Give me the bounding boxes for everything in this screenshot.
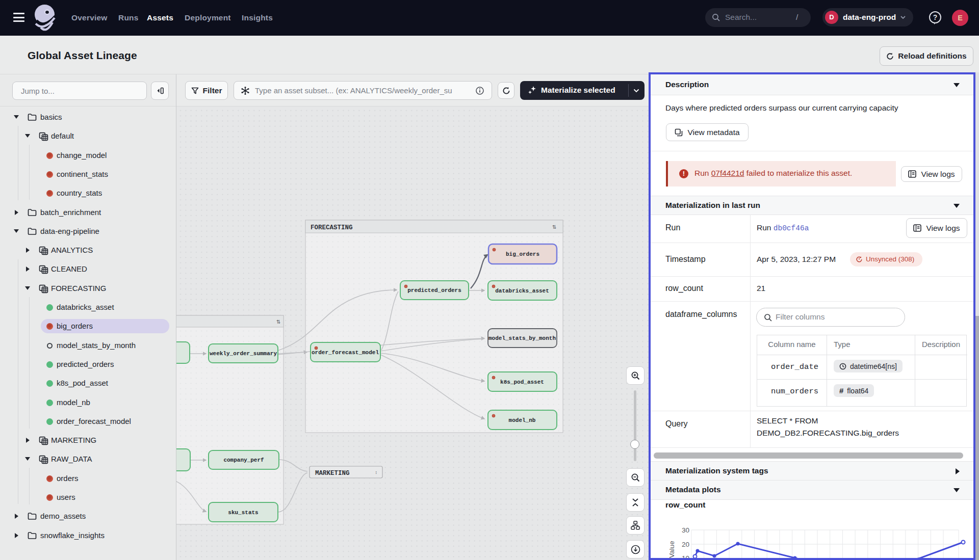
svg-text:↕: ↕ <box>375 470 377 475</box>
svg-text:10: 10 <box>682 554 689 558</box>
svg-text:⇅: ⇅ <box>552 225 556 230</box>
svg-text:sku_stats: sku_stats <box>228 510 258 516</box>
svg-text:Value: Value <box>668 541 676 558</box>
svg-text:predicted_orders: predicted_orders <box>407 287 461 294</box>
svg-text:order_forecast_model: order_forecast_model <box>312 350 379 356</box>
svg-text:20: 20 <box>682 541 689 548</box>
svg-text:k8s_pod_asset: k8s_pod_asset <box>500 379 544 385</box>
svg-text:MARKETING: MARKETING <box>315 470 350 477</box>
svg-text:⇅: ⇅ <box>276 319 280 325</box>
svg-text:30: 30 <box>682 526 689 534</box>
svg-text:?: ? <box>933 13 938 21</box>
svg-text:model_nb: model_nb <box>509 417 536 423</box>
svg-text:databricks_asset: databricks_asset <box>495 288 549 294</box>
svg-text:model_stats_by_month: model_stats_by_month <box>488 335 556 341</box>
svg-text:big_orders: big_orders <box>506 251 539 257</box>
svg-text:weekly_order_summary: weekly_order_summary <box>210 351 277 357</box>
svg-text:FORECASTING: FORECASTING <box>311 224 353 231</box>
svg-text:company_perf: company_perf <box>223 457 264 463</box>
